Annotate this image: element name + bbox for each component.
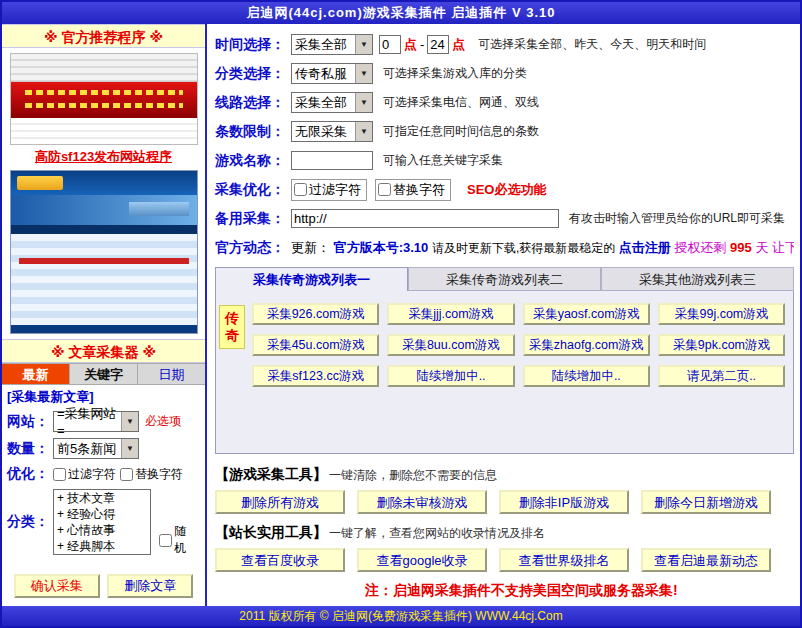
sidebar: ※ 官方推荐程序 ※ 高防sf123发布网站程序 ※ 文章采集器 ※ 最新 关键…: [2, 24, 207, 606]
collect-game-button[interactable]: 采集zhaofg.com游戏: [523, 334, 650, 356]
category-item[interactable]: + 技术文章: [57, 490, 147, 506]
see-page-two-button[interactable]: 请见第二页..: [658, 365, 785, 387]
limit-select[interactable]: 无限采集 ▼: [291, 121, 373, 142]
delete-today-games-button[interactable]: 删除今日新增游戏: [641, 490, 771, 514]
category-item[interactable]: + 心情故事: [57, 522, 147, 538]
collector-header: ※ 文章采集器 ※: [2, 339, 205, 363]
tab-latest[interactable]: 最新: [2, 364, 70, 384]
sidebar-replace-checkbox[interactable]: [120, 468, 133, 481]
site-select-value: =采集网站=: [54, 405, 121, 438]
hour-from-input[interactable]: [379, 35, 401, 54]
random-option[interactable]: 随机: [159, 523, 196, 557]
collect-game-button[interactable]: 采集sf123.cc游戏: [252, 365, 379, 387]
filter-chars-checkbox[interactable]: [294, 183, 307, 196]
line-note: 可选择采集电信、网通、双线: [383, 94, 539, 111]
chevron-down-icon: ▼: [121, 439, 138, 458]
category-item[interactable]: + 经典脚本: [57, 538, 147, 554]
thumbnail2-table-decoration: [11, 234, 197, 325]
register-link[interactable]: 点击注册: [619, 240, 671, 255]
time-select[interactable]: 采集全部 ▼: [291, 34, 373, 55]
webmaster-tools-buttons: 查看百度收录 查看google收录 查看世界级排名 查看启迪最新动态: [215, 548, 794, 572]
news-body-text: 请及时更新下载,获得最新最稳定的: [432, 241, 615, 255]
sidebar-replace-option[interactable]: 替换字符: [120, 466, 183, 483]
count-select[interactable]: 前5条新闻 ▼: [53, 438, 139, 459]
delete-unreviewed-games-button[interactable]: 删除未审核游戏: [357, 490, 487, 514]
time-row: 时间选择： 采集全部 ▼ 点 - 点 可选择采集全部、昨天、今天、明天和时间: [215, 30, 794, 59]
delete-article-button[interactable]: 删除文章: [107, 574, 193, 598]
collect-game-button[interactable]: 采集926.com游戏: [252, 303, 379, 325]
tab-keyword[interactable]: 关键字: [70, 364, 138, 384]
site-select[interactable]: =采集网站= ▼: [53, 411, 139, 432]
category-select-row: 分类选择： 传奇私服 ▼ 可选择采集游戏入库的分类: [215, 59, 794, 88]
collect-game-button[interactable]: 采集99j.com游戏: [658, 303, 785, 325]
game-category-select[interactable]: 传奇私服 ▼: [291, 63, 373, 84]
tab-legend-list-2[interactable]: 采集传奇游戏列表二: [408, 267, 601, 291]
news-update-text: 更新：: [291, 240, 330, 255]
tab-date[interactable]: 日期: [138, 364, 205, 384]
game-tools-desc: 一键清除，删除您不需要的信息: [329, 467, 497, 484]
baidu-index-button[interactable]: 查看百度收录: [215, 548, 345, 572]
tools-section: 【游戏采集工具】 一键清除，删除您不需要的信息 删除所有游戏 删除未审核游戏 删…: [215, 462, 794, 600]
backup-label: 备用采集：: [215, 210, 291, 228]
app-title: 启迪网(44cj.com)游戏采集插件 启迪插件 V 3.10: [246, 5, 555, 20]
news-label: 官方动态：: [215, 239, 291, 257]
thumbnail2-nav-decoration: [11, 225, 197, 234]
legend-side-label: 传奇: [219, 305, 245, 349]
collect-game-button[interactable]: 采集45u.com游戏: [252, 334, 379, 356]
delete-non-ip-games-button[interactable]: 删除非IP版游戏: [499, 490, 629, 514]
limit-row: 条数限制： 无限采集 ▼ 可指定任意同时间信息的条数: [215, 117, 794, 146]
backup-url-input[interactable]: [291, 209, 559, 228]
tab-legend-list-1[interactable]: 采集传奇游戏列表一: [215, 267, 408, 291]
collect-optimize-label: 采集优化：: [215, 181, 291, 199]
collect-game-button[interactable]: 采集8uu.com游戏: [387, 334, 514, 356]
coming-soon-button[interactable]: 陆续增加中..: [523, 365, 650, 387]
hour-to-input[interactable]: [427, 35, 449, 54]
thumbnail-red-banner: [11, 82, 197, 118]
coming-soon-button[interactable]: 陆续增加中..: [387, 365, 514, 387]
delete-all-games-button[interactable]: 删除所有游戏: [215, 490, 345, 514]
backup-note: 有攻击时输入管理员给你的URL即可采集: [569, 210, 785, 227]
sidebar-filter-option[interactable]: 过滤字符: [53, 466, 116, 483]
sidebar-filter-checkbox[interactable]: [53, 468, 66, 481]
google-index-button[interactable]: 查看google收录: [357, 548, 487, 572]
chevron-down-icon: ▼: [121, 412, 138, 431]
tab-other-list-3[interactable]: 采集其他游戏列表三: [601, 267, 794, 291]
chevron-down-icon: ▼: [355, 93, 372, 112]
collect-game-button[interactable]: 采集yaosf.com游戏: [523, 303, 650, 325]
sidebar-optimize-row: 优化： 过滤字符 替换字符: [2, 462, 205, 486]
game-name-note: 可输入任意关键字采集: [383, 152, 503, 169]
game-list-panel: 传奇 采集926.com游戏 采集jjj.com游戏 采集yaosf.com游戏…: [215, 291, 794, 454]
replace-chars-option[interactable]: 替换字符: [375, 179, 451, 201]
chevron-down-icon: ▼: [355, 35, 372, 54]
thumbnail2-footer-decoration: [11, 325, 197, 333]
game-tools-header: 【游戏采集工具】 一键清除，删除您不需要的信息: [215, 466, 794, 484]
site-label: 网站：: [7, 413, 53, 431]
title-bar: 启迪网(44cj.com)游戏采集插件 启迪插件 V 3.10: [2, 2, 800, 24]
sidebar-buttons: 确认采集 删除文章: [2, 568, 205, 606]
game-name-input[interactable]: [291, 151, 373, 170]
confirm-collect-button[interactable]: 确认采集: [14, 574, 100, 598]
game-name-row: 游戏名称： 可输入任意关键字采集: [215, 146, 794, 175]
filter-chars-option[interactable]: 过滤字符: [291, 179, 367, 201]
thumbnail2-header-decoration: [11, 171, 197, 195]
main-panel: 时间选择： 采集全部 ▼ 点 - 点 可选择采集全部、昨天、今天、明天和时间 分…: [207, 24, 800, 606]
random-checkbox[interactable]: [159, 534, 172, 547]
category-item[interactable]: + 经验心得: [57, 506, 147, 522]
replace-chars-label: 替换字符: [393, 181, 445, 199]
category-listbox[interactable]: + 技术文章 + 经验心得 + 心情故事 + 经典脚本: [53, 489, 151, 555]
collect-game-button[interactable]: 采集jjj.com游戏: [387, 303, 514, 325]
backup-row: 备用采集： 有攻击时输入管理员给你的URL即可采集: [215, 204, 794, 233]
site-row: 网站： =采集网站= ▼ 必选项: [2, 408, 205, 435]
collect-game-button[interactable]: 采集9pk.com游戏: [658, 334, 785, 356]
limit-note: 可指定任意同时间信息的条数: [383, 123, 539, 140]
collector-screenshot-thumbnail[interactable]: [10, 170, 198, 334]
world-rank-button[interactable]: 查看世界级排名: [499, 548, 629, 572]
promo-site-link[interactable]: 高防sf123发布网站程序: [2, 148, 205, 166]
latest-news-button[interactable]: 查看启迪最新动态: [641, 548, 771, 572]
line-select[interactable]: 采集全部 ▼: [291, 92, 373, 113]
count-row: 数量： 前5条新闻 ▼: [2, 435, 205, 462]
promo-site-thumbnail[interactable]: [10, 53, 198, 145]
seo-note: SEO必选功能: [467, 181, 546, 199]
replace-chars-checkbox[interactable]: [378, 183, 391, 196]
chevron-down-icon: ▼: [355, 122, 372, 141]
